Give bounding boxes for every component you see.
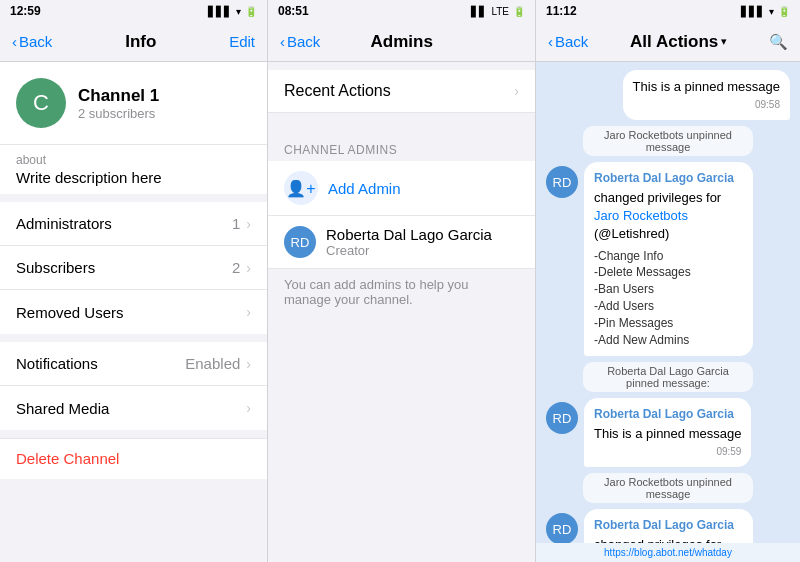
shared-media-item[interactable]: Shared Media › bbox=[0, 386, 267, 430]
lte-icon: LTE bbox=[491, 6, 509, 17]
user-message-privileges-2: RD Roberta Dal Lago Garcia changed privi… bbox=[546, 509, 753, 543]
subscribers-count: 2 bbox=[232, 259, 240, 276]
middle-back-button[interactable]: ‹ Back bbox=[280, 33, 320, 50]
right-status-bar: 11:12 ▋▋▋ ▾ 🔋 bbox=[536, 0, 800, 22]
dropdown-arrow-icon: ▾ bbox=[721, 35, 727, 48]
recent-actions-button[interactable]: Recent Actions › bbox=[268, 70, 535, 113]
user-name-2: Roberta Dal Lago Garcia bbox=[594, 406, 741, 423]
privilege-list: -Change Info-Delete Messages-Ban Users-A… bbox=[594, 248, 743, 349]
chevron-right-icon: › bbox=[246, 260, 251, 276]
administrators-count: 1 bbox=[232, 215, 240, 232]
signal-icon: ▋▋ bbox=[471, 6, 487, 17]
user-name-3: Roberta Dal Lago Garcia bbox=[594, 517, 743, 534]
user-bubble-3: Roberta Dal Lago Garcia changed privileg… bbox=[584, 509, 753, 543]
admin-item: RD Roberta Dal Lago Garcia Creator bbox=[268, 216, 535, 269]
user-avatar-rd: RD bbox=[546, 166, 578, 198]
info-list: Administrators 1 › Subscribers 2 › Remov… bbox=[0, 202, 267, 334]
chevron-left-icon: ‹ bbox=[280, 33, 285, 50]
channel-avatar: C bbox=[16, 78, 66, 128]
delete-channel-label: Delete Channel bbox=[16, 450, 119, 467]
left-panel: 12:59 ▋▋▋ ▾ 🔋 ‹ Back Info Edit C Channel… bbox=[0, 0, 268, 562]
channel-name: Channel 1 bbox=[78, 86, 159, 106]
right-nav-bar: ‹ Back All Actions ▾ 🔍 bbox=[536, 22, 800, 62]
system-message-unpinned-1: Jaro Rocketbots unpinned message bbox=[583, 126, 754, 156]
admin-avatar: RD bbox=[284, 226, 316, 258]
section-gap bbox=[0, 334, 267, 342]
message-text-2: This is a pinned message bbox=[594, 425, 741, 443]
chevron-right-icon: › bbox=[246, 304, 251, 320]
removed-users-item[interactable]: Removed Users › bbox=[0, 290, 267, 334]
user-message-pinned-content: RD Roberta Dal Lago Garcia This is a pin… bbox=[546, 398, 751, 467]
subscribers-item[interactable]: Subscribers 2 › bbox=[0, 246, 267, 290]
about-text: Write description here bbox=[16, 169, 251, 186]
channel-admins-header: CHANNEL ADMINS bbox=[268, 137, 535, 161]
profile-section: C Channel 1 2 subscribers bbox=[0, 62, 267, 145]
user-message-privileges-1: RD Roberta Dal Lago Garcia changed privi… bbox=[546, 162, 753, 356]
admin-role: Creator bbox=[326, 243, 492, 258]
right-nav-title: All Actions bbox=[630, 32, 718, 52]
section-gap-2 bbox=[0, 430, 267, 438]
right-time: 11:12 bbox=[546, 4, 577, 18]
add-admin-label: Add Admin bbox=[328, 180, 401, 197]
user-bubble-2: Roberta Dal Lago Garcia This is a pinned… bbox=[584, 398, 751, 467]
left-nav-bar: ‹ Back Info Edit bbox=[0, 22, 267, 62]
middle-nav-bar: ‹ Back Admins bbox=[268, 22, 535, 62]
administrators-item[interactable]: Administrators 1 › bbox=[0, 202, 267, 246]
add-admin-item[interactable]: 👤+ Add Admin bbox=[268, 161, 535, 216]
help-text: You can add admins to help you manage yo… bbox=[268, 269, 535, 315]
system-message-unpinned-2: Jaro Rocketbots unpinned message bbox=[583, 473, 754, 503]
chevron-left-icon: ‹ bbox=[548, 33, 553, 50]
chevron-right-icon: › bbox=[246, 356, 251, 372]
signal-icon: ▋▋▋ bbox=[741, 6, 765, 17]
right-back-button[interactable]: ‹ Back bbox=[548, 33, 588, 50]
wifi-icon: ▾ bbox=[236, 6, 241, 17]
left-back-button[interactable]: ‹ Back bbox=[12, 33, 52, 50]
chat-messages[interactable]: This is a pinned message 09:58 Jaro Rock… bbox=[536, 62, 800, 543]
gap bbox=[268, 121, 535, 137]
link-jaro: Jaro Rocketbots bbox=[594, 208, 688, 223]
admin-name: Roberta Dal Lago Garcia bbox=[326, 226, 492, 243]
battery-icon: 🔋 bbox=[513, 6, 525, 17]
battery-icon: 🔋 bbox=[245, 6, 257, 17]
right-nav-title-group[interactable]: All Actions ▾ bbox=[630, 32, 727, 52]
middle-status-icons: ▋▋ LTE 🔋 bbox=[471, 6, 525, 17]
recent-actions-label: Recent Actions bbox=[284, 82, 391, 100]
person-add-icon: 👤+ bbox=[286, 179, 315, 198]
about-section: about Write description here bbox=[0, 145, 267, 202]
message-pinned: This is a pinned message 09:58 bbox=[623, 70, 790, 120]
administrators-label: Administrators bbox=[16, 215, 112, 232]
left-time: 12:59 bbox=[10, 4, 41, 18]
add-admin-icon: 👤+ bbox=[284, 171, 318, 205]
middle-status-bar: 08:51 ▋▋ LTE 🔋 bbox=[268, 0, 535, 22]
search-button[interactable]: 🔍 bbox=[769, 33, 788, 51]
wifi-icon: ▾ bbox=[769, 6, 774, 17]
chevron-left-icon: ‹ bbox=[12, 33, 17, 50]
middle-panel: 08:51 ▋▋ LTE 🔋 ‹ Back Admins Recent Acti… bbox=[268, 0, 536, 562]
delete-channel-item[interactable]: Delete Channel bbox=[0, 438, 267, 479]
user-avatar-rd-2: RD bbox=[546, 402, 578, 434]
chevron-right-icon: › bbox=[246, 400, 251, 416]
message-text: This is a pinned message bbox=[633, 79, 780, 94]
notifications-value: Enabled bbox=[185, 355, 240, 372]
user-bubble: Roberta Dal Lago Garcia changed privileg… bbox=[584, 162, 753, 356]
profile-info: Channel 1 2 subscribers bbox=[78, 86, 159, 121]
right-status-icons: ▋▋▋ ▾ 🔋 bbox=[741, 6, 790, 17]
signal-icon: ▋▋▋ bbox=[208, 6, 232, 17]
message-time: 09:58 bbox=[633, 98, 780, 112]
message-text-3: changed privileges for Jaro Rocketbots (… bbox=[594, 536, 743, 543]
about-label: about bbox=[16, 153, 251, 167]
user-avatar-rd-3: RD bbox=[546, 513, 578, 543]
system-message-pinned: Roberta Dal Lago Garcia pinned message: bbox=[583, 362, 754, 392]
middle-nav-title: Admins bbox=[371, 32, 433, 52]
message-time-2: 09:59 bbox=[594, 445, 741, 459]
chevron-right-icon: › bbox=[246, 216, 251, 232]
edit-button[interactable]: Edit bbox=[229, 33, 255, 50]
middle-time: 08:51 bbox=[278, 4, 309, 18]
watermark: https://blog.abot.net/whatday bbox=[536, 543, 800, 562]
notifications-item[interactable]: Notifications Enabled › bbox=[0, 342, 267, 386]
chevron-right-icon: › bbox=[514, 83, 519, 99]
user-name: Roberta Dal Lago Garcia bbox=[594, 170, 743, 187]
admin-info: Roberta Dal Lago Garcia Creator bbox=[326, 226, 492, 258]
admins-content: Recent Actions › CHANNEL ADMINS 👤+ Add A… bbox=[268, 62, 535, 562]
shared-media-label: Shared Media bbox=[16, 400, 109, 417]
